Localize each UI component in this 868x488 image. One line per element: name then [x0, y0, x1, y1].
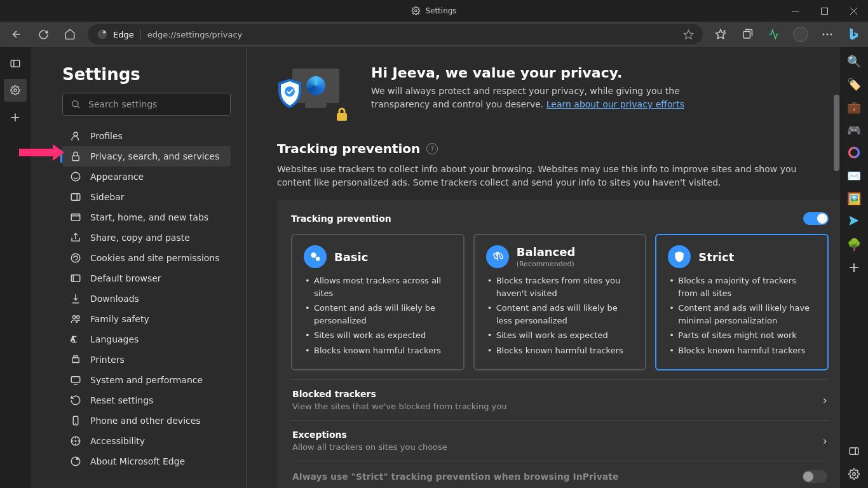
favorites-hub-icon[interactable] [708, 23, 733, 46]
svg-point-43 [316, 257, 320, 261]
nav-label: Phone and other devices [90, 416, 201, 426]
sidebar-item-share-copy-and-paste[interactable]: Share, copy and paste [62, 227, 231, 248]
nav-label: Cookies and site permissions [90, 253, 220, 263]
sidebar-item-cookies-and-site-permissions[interactable]: Cookies and site permissions [62, 248, 231, 268]
sidebar-item-languages[interactable]: ALanguages [62, 329, 231, 349]
sidebar-item-privacy-search-and-services[interactable]: Privacy, search, and services [62, 146, 231, 166]
privacy-hero: Hi Jeeva, we value your privacy. We will… [277, 65, 843, 122]
collections-icon[interactable] [735, 23, 760, 46]
svg-point-28 [73, 316, 76, 319]
blocked-trackers-row[interactable]: Blocked trackersView the sites that we'v… [291, 379, 829, 420]
outlook-icon[interactable]: ✉️ [846, 168, 862, 183]
nav-icon [70, 293, 81, 304]
svg-point-44 [850, 148, 859, 158]
sidebar-item-system-and-performance[interactable]: System and performance [62, 370, 231, 390]
sidebar-item-default-browser[interactable]: Default browser [62, 268, 231, 288]
tab-actions-icon[interactable] [4, 52, 27, 75]
tracking-panel: Tracking prevention Basic Allows most tr… [277, 200, 843, 488]
nav-label: Family safety [90, 314, 149, 324]
card-bullet: Content and ads will likely be personali… [304, 302, 452, 327]
home-button[interactable] [57, 23, 83, 46]
favorite-star-icon[interactable] [683, 29, 694, 40]
tracking-card-balanced[interactable]: Balanced(Recommended) Blocks trackers fr… [473, 234, 647, 370]
svg-rect-1 [792, 11, 799, 11]
card-bullet: Parts of sites might not work [668, 329, 816, 342]
sidebar-toggle-icon[interactable] [846, 444, 862, 459]
sidebar-item-phone-and-other-devices[interactable]: Phone and other devices [62, 410, 231, 431]
basic-icon [304, 245, 327, 268]
tracking-card-strict[interactable]: Strict Blocks a majority of trackers fro… [655, 234, 829, 370]
tree-icon[interactable]: 🌳 [846, 236, 862, 252]
sidebar-item-accessibility[interactable]: Accessibility [62, 431, 231, 451]
card-bullet: Blocks known harmful trackers [668, 344, 816, 357]
sidebar-item-start-home-and-new-tabs[interactable]: Start, home, and new tabs [62, 207, 231, 227]
svg-rect-2 [821, 8, 827, 14]
hero-heading: Hi Jeeva, we value your privacy. [371, 65, 727, 81]
svg-rect-31 [72, 358, 79, 363]
sidebar-item-about-microsoft-edge[interactable]: About Microsoft Edge [62, 451, 231, 471]
drop-icon[interactable] [846, 214, 862, 229]
add-sidebar-icon[interactable]: + [846, 259, 862, 274]
performance-icon[interactable] [761, 23, 787, 46]
settings-tab-icon[interactable] [4, 79, 27, 102]
chevron-right-icon: › [823, 393, 827, 407]
card-bullet: Blocks known harmful trackers [486, 344, 634, 357]
nav-icon [70, 415, 81, 426]
microsoft-365-icon[interactable] [846, 145, 862, 160]
nav-icon [70, 171, 81, 182]
settings-search-input[interactable]: Search settings [62, 93, 231, 116]
bing-button[interactable] [841, 23, 864, 46]
sidebar-item-appearance[interactable]: Appearance [62, 166, 231, 187]
nav-label: Default browser [90, 273, 161, 283]
sidebar-item-printers[interactable]: Printers [62, 349, 231, 370]
info-icon[interactable]: ? [426, 143, 438, 154]
inprivate-toggle [802, 470, 827, 483]
tracking-toggle[interactable] [803, 212, 829, 225]
back-button[interactable] [4, 23, 29, 46]
lock-icon [336, 107, 348, 122]
svg-rect-33 [71, 377, 80, 383]
nav-label: Sidebar [90, 192, 125, 202]
exceptions-row[interactable]: ExceptionsAllow all trackers on sites yo… [291, 420, 829, 461]
nav-icon [70, 273, 81, 284]
nav-icon [70, 435, 81, 447]
tracking-card-basic[interactable]: Basic Allows most trackers across all si… [291, 234, 465, 370]
browser-toolbar: Edge edge://settings/privacy [0, 22, 868, 47]
sidebar-item-reset-settings[interactable]: Reset settings [62, 390, 231, 410]
nav-icon [70, 232, 81, 243]
nav-label: Share, copy and paste [90, 233, 190, 243]
maximize-button[interactable] [810, 0, 839, 22]
new-tab-button[interactable]: + [4, 105, 27, 128]
more-menu-icon[interactable] [815, 23, 840, 46]
sidebar-item-family-safety[interactable]: Family safety [62, 309, 231, 329]
nav-label: Profiles [90, 131, 123, 141]
close-button[interactable] [839, 0, 868, 22]
nav-label: Privacy, search, and services [90, 151, 219, 161]
nav-label: Start, home, and new tabs [90, 212, 208, 222]
address-bar[interactable]: Edge edge://settings/privacy [88, 24, 703, 44]
svg-point-42 [311, 252, 316, 257]
svg-rect-24 [71, 214, 80, 221]
shopping-icon[interactable]: 🏷️ [846, 76, 862, 92]
svg-line-18 [78, 106, 79, 108]
nav-icon [70, 191, 81, 203]
nav-icon: A [70, 334, 81, 345]
minimize-button[interactable] [780, 0, 810, 22]
image-edit-icon[interactable]: 🖼️ [846, 191, 862, 206]
refresh-button[interactable] [31, 23, 56, 46]
sidebar-item-profiles[interactable]: Profiles [62, 126, 231, 146]
tools-icon[interactable]: 💼 [846, 99, 862, 114]
svg-point-17 [72, 101, 78, 107]
settings-heading: Settings [62, 65, 231, 84]
bing-search-icon[interactable]: 🔍 [846, 53, 862, 69]
sidebar-item-downloads[interactable]: Downloads [62, 288, 231, 309]
sidebar-settings-icon[interactable] [846, 466, 862, 482]
tracking-heading: Tracking prevention [277, 141, 420, 156]
privacy-learn-link[interactable]: Learn about our privacy efforts [546, 99, 684, 109]
games-icon[interactable]: 🎮 [846, 122, 862, 137]
svg-rect-41 [337, 113, 347, 121]
profile-avatar[interactable] [788, 23, 813, 46]
sidebar-item-sidebar[interactable]: Sidebar [62, 187, 231, 207]
svg-point-12 [827, 34, 829, 36]
scrollbar[interactable] [834, 95, 839, 171]
